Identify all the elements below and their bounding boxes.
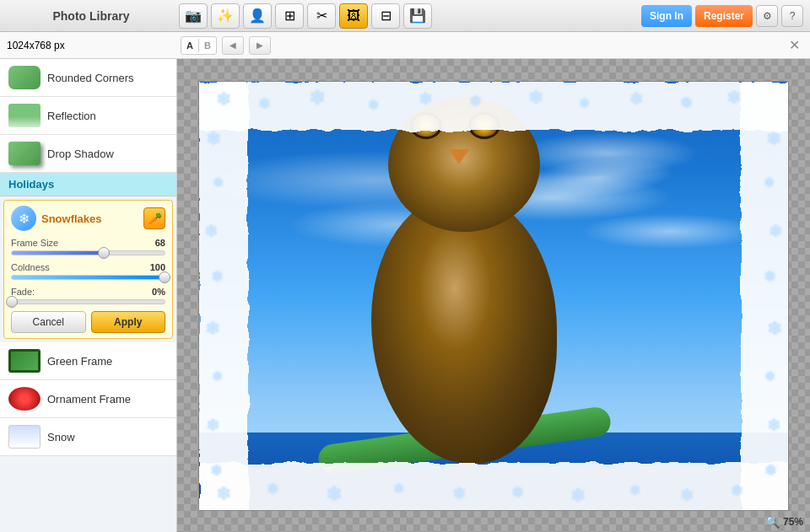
fade-slider-row: Fade: 0% bbox=[11, 287, 165, 304]
snow-label: Snow bbox=[47, 431, 75, 443]
redo-btn[interactable]: ▶ bbox=[249, 36, 271, 55]
snowflakes-edit-btn[interactable]: 🥕 bbox=[143, 207, 165, 229]
rounded-corners-thumb bbox=[8, 66, 40, 89]
cancel-button[interactable]: Cancel bbox=[11, 311, 86, 333]
frames-tool-btn[interactable]: 🖼 bbox=[339, 3, 368, 29]
layers-tool-btn[interactable]: ⊞ bbox=[275, 3, 304, 29]
fade-label: Fade: bbox=[11, 287, 35, 297]
reflection-thumb bbox=[8, 104, 40, 127]
person-tool-btn[interactable]: 👤 bbox=[243, 3, 272, 29]
coldness-track[interactable] bbox=[11, 275, 165, 280]
canvas-background: ❄ ❅ ❄ ❅ ❄ ❅ ❄ ❅ ❄ ❅ ❄ ❄ ❅ ❄ ❅ ❄ ❅ ❄ ❅ ❄ bbox=[177, 59, 810, 532]
undo-btn[interactable]: ◀ bbox=[222, 36, 244, 55]
snowflakes-name: Snowflakes bbox=[41, 212, 138, 225]
close-btn[interactable]: ✕ bbox=[785, 36, 803, 55]
frame-size-track[interactable] bbox=[11, 250, 165, 255]
coldness-fill bbox=[12, 276, 165, 279]
frame-size-fill bbox=[12, 251, 104, 255]
fade-value: 0% bbox=[152, 287, 165, 297]
ornament-frame-thumb bbox=[8, 387, 40, 411]
ab-compare[interactable]: A B bbox=[181, 36, 217, 55]
sidebar-item-ornament-frame[interactable]: Ornament Frame bbox=[0, 380, 176, 418]
sidebar: Rounded Corners Reflection Drop Shadow H… bbox=[0, 59, 177, 532]
active-snowflakes-panel: ❄ Snowflakes 🥕 Frame Size 68 Coldness bbox=[3, 200, 173, 339]
sidebar-item-drop-shadow[interactable]: Drop Shadow bbox=[0, 135, 176, 173]
owl-right-eye bbox=[468, 112, 500, 139]
app-title: Photo Library bbox=[7, 9, 176, 23]
magic-tool-btn[interactable]: ✨ bbox=[211, 3, 240, 29]
fade-thumb[interactable] bbox=[6, 296, 18, 308]
coldness-label: Coldness bbox=[11, 262, 50, 272]
green-frame-label: Green Frame bbox=[47, 355, 112, 368]
owl-head bbox=[388, 97, 540, 232]
holidays-section-header: Holidays bbox=[0, 173, 176, 196]
owl-scene: ❄ ❅ ❄ ❅ ❄ ❅ ❄ ❅ ❄ ❅ ❄ ❄ ❅ ❄ ❅ ❄ ❅ ❄ ❅ ❄ bbox=[198, 81, 789, 511]
pattern-tool-btn[interactable]: ⊟ bbox=[371, 3, 400, 29]
second-bar: 1024x768 px A B ◀ ▶ ✕ bbox=[0, 32, 810, 59]
coldness-thumb[interactable] bbox=[159, 271, 170, 283]
frame-size-value: 68 bbox=[155, 238, 165, 248]
main-layout: Rounded Corners Reflection Drop Shadow H… bbox=[0, 59, 810, 532]
sidebar-item-rounded-corners[interactable]: Rounded Corners bbox=[0, 59, 176, 97]
rounded-corners-label: Rounded Corners bbox=[47, 72, 134, 84]
frame-size-slider-row: Frame Size 68 bbox=[11, 238, 165, 255]
effect-btn-row: Cancel Apply bbox=[11, 311, 165, 333]
snowflakes-icon: ❄ bbox=[11, 206, 36, 231]
owl-beak bbox=[449, 149, 469, 164]
owl-left-eye bbox=[410, 112, 442, 139]
register-button[interactable]: Register bbox=[695, 5, 753, 27]
ornament-frame-label: Ornament Frame bbox=[47, 393, 131, 406]
image-size-label: 1024x768 px bbox=[7, 40, 176, 51]
sidebar-item-snow[interactable]: Snow bbox=[0, 418, 176, 456]
coldness-slider-row: Coldness 100 bbox=[11, 262, 165, 280]
camera-tool-btn[interactable]: 📷 bbox=[179, 3, 208, 29]
frame-size-thumb[interactable] bbox=[98, 247, 110, 259]
frame-size-label: Frame Size bbox=[11, 238, 58, 248]
help-btn[interactable]: ? bbox=[781, 5, 803, 27]
canvas-area: ❄ ❅ ❄ ❅ ❄ ❅ ❄ ❅ ❄ ❅ ❄ ❄ ❅ ❄ ❅ ❄ ❅ ❄ ❅ ❄ bbox=[177, 59, 810, 532]
fade-track[interactable] bbox=[11, 299, 165, 304]
drop-shadow-label: Drop Shadow bbox=[47, 148, 114, 160]
signin-button[interactable]: Sign In bbox=[641, 5, 692, 27]
sidebar-item-reflection[interactable]: Reflection bbox=[0, 97, 176, 135]
zoom-bar: 🔍 75% bbox=[765, 515, 803, 529]
snow-thumb bbox=[8, 425, 40, 449]
zoom-value: 75% bbox=[783, 516, 803, 528]
snowflakes-header: ❄ Snowflakes 🥕 bbox=[11, 206, 165, 231]
cloud-2 bbox=[514, 132, 699, 175]
ab-b-label[interactable]: B bbox=[199, 39, 216, 52]
drop-shadow-thumb bbox=[8, 142, 40, 165]
top-bar: Photo Library 📷 ✨ 👤 ⊞ ✂ 🖼 ⊟ 💾 Sign In Re… bbox=[0, 0, 810, 32]
effects-tool-btn[interactable]: ✂ bbox=[307, 3, 336, 29]
sidebar-item-green-frame[interactable]: Green Frame bbox=[0, 342, 176, 380]
zoom-icon: 🔍 bbox=[765, 515, 780, 529]
reflection-label: Reflection bbox=[47, 110, 96, 122]
save-tool-btn[interactable]: 💾 bbox=[403, 3, 432, 29]
green-frame-thumb bbox=[8, 349, 40, 373]
ab-a-label[interactable]: A bbox=[181, 39, 199, 52]
settings-btn[interactable]: ⚙ bbox=[756, 5, 778, 27]
apply-button[interactable]: Apply bbox=[91, 311, 166, 333]
